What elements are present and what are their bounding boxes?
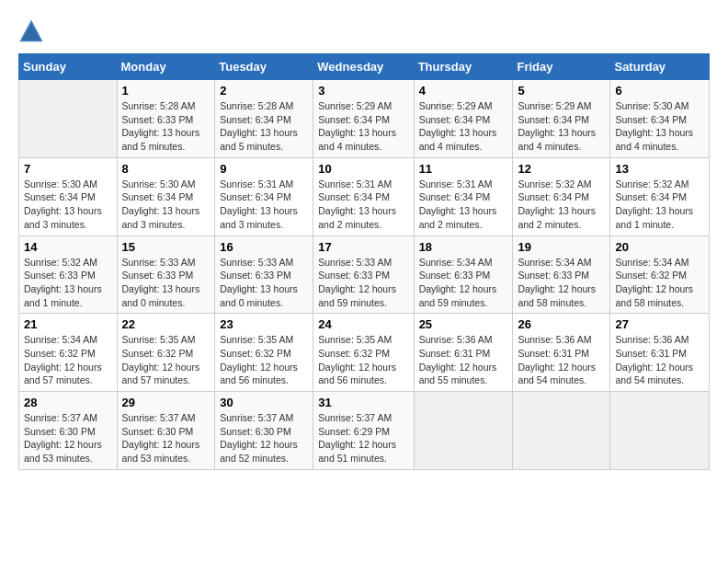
calendar-cell: 6Sunrise: 5:30 AM Sunset: 6:34 PM Daylig… [610, 80, 710, 158]
logo [18, 18, 46, 44]
day-info: Sunrise: 5:31 AM Sunset: 6:34 PM Dayligh… [318, 178, 408, 232]
day-info: Sunrise: 5:33 AM Sunset: 6:33 PM Dayligh… [318, 256, 408, 310]
calendar-cell: 9Sunrise: 5:31 AM Sunset: 6:34 PM Daylig… [215, 157, 313, 236]
day-number: 25 [419, 317, 508, 331]
day-number: 3 [318, 84, 408, 98]
calendar-cell: 4Sunrise: 5:29 AM Sunset: 6:34 PM Daylig… [414, 80, 513, 158]
calendar-cell: 7Sunrise: 5:30 AM Sunset: 6:34 PM Daylig… [19, 157, 118, 236]
header-day-thursday: Thursday [414, 54, 513, 80]
day-info: Sunrise: 5:28 AM Sunset: 6:33 PM Dayligh… [122, 99, 210, 154]
header-day-saturday: Saturday [610, 54, 710, 80]
header-day-friday: Friday [513, 54, 610, 80]
day-number: 30 [220, 396, 308, 409]
calendar-cell: 16Sunrise: 5:33 AM Sunset: 6:33 PM Dayli… [215, 236, 313, 314]
day-number: 19 [518, 240, 605, 254]
day-info: Sunrise: 5:35 AM Sunset: 6:32 PM Dayligh… [220, 333, 308, 387]
day-number: 13 [615, 162, 704, 176]
calendar-cell: 27Sunrise: 5:36 AM Sunset: 6:31 PM Dayli… [610, 314, 710, 392]
day-info: Sunrise: 5:31 AM Sunset: 6:34 PM Dayligh… [419, 178, 508, 232]
logo-icon [18, 18, 44, 44]
day-number: 22 [122, 317, 210, 331]
day-info: Sunrise: 5:30 AM Sunset: 6:34 PM Dayligh… [615, 99, 704, 154]
day-number: 1 [122, 84, 210, 98]
day-info: Sunrise: 5:29 AM Sunset: 6:34 PM Dayligh… [518, 99, 605, 154]
day-info: Sunrise: 5:34 AM Sunset: 6:32 PM Dayligh… [615, 256, 704, 310]
header-day-wednesday: Wednesday [313, 54, 414, 80]
page-header [18, 18, 710, 44]
day-info: Sunrise: 5:34 AM Sunset: 6:33 PM Dayligh… [419, 256, 508, 310]
calendar-cell: 3Sunrise: 5:29 AM Sunset: 6:34 PM Daylig… [313, 80, 414, 158]
day-number: 9 [220, 162, 308, 176]
day-number: 26 [518, 317, 605, 331]
day-number: 27 [615, 317, 704, 331]
calendar-header: SundayMondayTuesdayWednesdayThursdayFrid… [19, 54, 710, 80]
day-number: 6 [615, 84, 704, 98]
day-number: 14 [24, 240, 112, 254]
header-day-monday: Monday [117, 54, 215, 80]
day-info: Sunrise: 5:37 AM Sunset: 6:30 PM Dayligh… [122, 411, 210, 465]
calendar-cell: 19Sunrise: 5:34 AM Sunset: 6:33 PM Dayli… [513, 236, 610, 314]
calendar-cell: 18Sunrise: 5:34 AM Sunset: 6:33 PM Dayli… [414, 236, 513, 314]
day-number: 2 [220, 84, 308, 98]
day-number: 21 [24, 317, 112, 331]
day-info: Sunrise: 5:30 AM Sunset: 6:34 PM Dayligh… [24, 178, 112, 232]
day-number: 7 [24, 162, 112, 176]
calendar-cell [19, 80, 118, 158]
day-number: 20 [615, 240, 704, 254]
day-info: Sunrise: 5:32 AM Sunset: 6:34 PM Dayligh… [518, 178, 605, 232]
calendar-cell [610, 392, 710, 470]
day-info: Sunrise: 5:32 AM Sunset: 6:34 PM Dayligh… [615, 178, 704, 232]
calendar-cell: 28Sunrise: 5:37 AM Sunset: 6:30 PM Dayli… [19, 392, 118, 470]
week-row-5: 28Sunrise: 5:37 AM Sunset: 6:30 PM Dayli… [19, 392, 710, 470]
calendar-cell: 21Sunrise: 5:34 AM Sunset: 6:32 PM Dayli… [19, 314, 118, 392]
calendar-cell: 29Sunrise: 5:37 AM Sunset: 6:30 PM Dayli… [117, 392, 215, 470]
day-info: Sunrise: 5:29 AM Sunset: 6:34 PM Dayligh… [318, 99, 408, 154]
day-info: Sunrise: 5:31 AM Sunset: 6:34 PM Dayligh… [220, 178, 308, 232]
svg-marker-1 [22, 24, 41, 40]
calendar-cell: 22Sunrise: 5:35 AM Sunset: 6:32 PM Dayli… [117, 314, 215, 392]
day-number: 10 [318, 162, 408, 176]
day-info: Sunrise: 5:36 AM Sunset: 6:31 PM Dayligh… [615, 333, 704, 387]
day-number: 16 [220, 240, 308, 254]
day-info: Sunrise: 5:34 AM Sunset: 6:33 PM Dayligh… [518, 256, 605, 310]
calendar-cell: 12Sunrise: 5:32 AM Sunset: 6:34 PM Dayli… [513, 157, 610, 236]
day-info: Sunrise: 5:35 AM Sunset: 6:32 PM Dayligh… [122, 333, 210, 387]
day-info: Sunrise: 5:30 AM Sunset: 6:34 PM Dayligh… [122, 178, 210, 232]
day-number: 15 [122, 240, 210, 254]
day-number: 31 [318, 396, 408, 409]
week-row-3: 14Sunrise: 5:32 AM Sunset: 6:33 PM Dayli… [19, 236, 710, 314]
header-day-sunday: Sunday [19, 54, 118, 80]
day-number: 23 [220, 317, 308, 331]
day-info: Sunrise: 5:28 AM Sunset: 6:34 PM Dayligh… [220, 99, 308, 154]
calendar-table: SundayMondayTuesdayWednesdayThursdayFrid… [18, 53, 710, 470]
day-number: 17 [318, 240, 408, 254]
day-info: Sunrise: 5:36 AM Sunset: 6:31 PM Dayligh… [518, 333, 605, 387]
day-number: 5 [518, 84, 605, 98]
calendar-cell: 2Sunrise: 5:28 AM Sunset: 6:34 PM Daylig… [215, 80, 313, 158]
calendar-cell: 30Sunrise: 5:37 AM Sunset: 6:30 PM Dayli… [215, 392, 313, 470]
calendar-cell: 11Sunrise: 5:31 AM Sunset: 6:34 PM Dayli… [414, 157, 513, 236]
day-info: Sunrise: 5:37 AM Sunset: 6:30 PM Dayligh… [24, 411, 112, 465]
calendar-cell: 13Sunrise: 5:32 AM Sunset: 6:34 PM Dayli… [610, 157, 710, 236]
day-info: Sunrise: 5:32 AM Sunset: 6:33 PM Dayligh… [24, 256, 112, 310]
day-info: Sunrise: 5:37 AM Sunset: 6:29 PM Dayligh… [318, 411, 408, 465]
week-row-1: 1Sunrise: 5:28 AM Sunset: 6:33 PM Daylig… [19, 80, 710, 158]
calendar-cell: 1Sunrise: 5:28 AM Sunset: 6:33 PM Daylig… [117, 80, 215, 158]
day-info: Sunrise: 5:36 AM Sunset: 6:31 PM Dayligh… [419, 333, 508, 387]
calendar-cell: 15Sunrise: 5:33 AM Sunset: 6:33 PM Dayli… [117, 236, 215, 314]
calendar-cell [513, 392, 610, 470]
day-number: 24 [318, 317, 408, 331]
header-day-tuesday: Tuesday [215, 54, 313, 80]
week-row-2: 7Sunrise: 5:30 AM Sunset: 6:34 PM Daylig… [19, 157, 710, 236]
day-info: Sunrise: 5:33 AM Sunset: 6:33 PM Dayligh… [122, 256, 210, 310]
calendar-body: 1Sunrise: 5:28 AM Sunset: 6:33 PM Daylig… [19, 80, 710, 470]
day-number: 11 [419, 162, 508, 176]
day-number: 8 [122, 162, 210, 176]
day-info: Sunrise: 5:35 AM Sunset: 6:32 PM Dayligh… [318, 333, 408, 387]
week-row-4: 21Sunrise: 5:34 AM Sunset: 6:32 PM Dayli… [19, 314, 710, 392]
day-info: Sunrise: 5:33 AM Sunset: 6:33 PM Dayligh… [220, 256, 308, 310]
calendar-cell: 23Sunrise: 5:35 AM Sunset: 6:32 PM Dayli… [215, 314, 313, 392]
calendar-cell: 8Sunrise: 5:30 AM Sunset: 6:34 PM Daylig… [117, 157, 215, 236]
calendar-cell: 20Sunrise: 5:34 AM Sunset: 6:32 PM Dayli… [610, 236, 710, 314]
day-number: 4 [419, 84, 508, 98]
